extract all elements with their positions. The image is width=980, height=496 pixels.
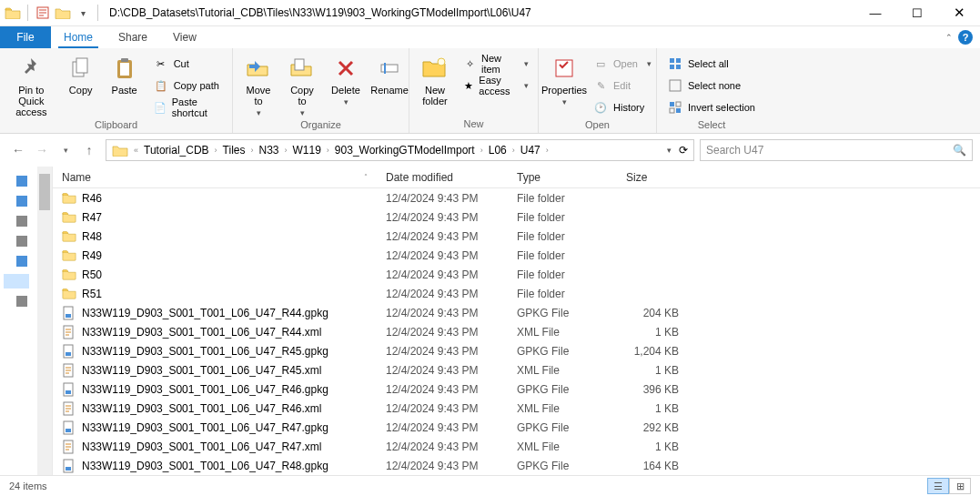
breadcrumb[interactable]: W119 bbox=[289, 144, 325, 157]
qat-customize-icon[interactable]: ▾ bbox=[74, 4, 92, 22]
forward-button[interactable]: → bbox=[31, 139, 53, 161]
svg-rect-17 bbox=[676, 108, 681, 113]
breadcrumb[interactable]: 903_WorkingGTModelImport bbox=[331, 144, 479, 157]
table-row[interactable]: N33W119_D903_S001_T001_L06_U47_R46.xml12… bbox=[53, 399, 980, 418]
open-button[interactable]: ▭Open▾ bbox=[590, 54, 655, 74]
svg-rect-16 bbox=[670, 102, 674, 106]
nav-scrollbar[interactable] bbox=[37, 167, 52, 475]
table-row[interactable]: N33W119_D903_S001_T001_L06_U47_R44.xml12… bbox=[53, 322, 980, 341]
table-row[interactable]: N33W119_D903_S001_T001_L06_U47_R47.gpkg1… bbox=[53, 418, 980, 437]
tab-home[interactable]: Home bbox=[51, 26, 106, 48]
search-input[interactable]: Search U47 🔍 bbox=[700, 139, 973, 161]
folder-icon bbox=[4, 4, 22, 22]
pin-label: Pin to Quick access bbox=[9, 85, 54, 117]
table-row[interactable]: N33W119_D903_S001_T001_L06_U47_R47.xml12… bbox=[53, 437, 980, 456]
invert-selection-button[interactable]: Invert selection bbox=[664, 97, 759, 117]
ribbon-tabs: File Home Share View ⌃ ? bbox=[0, 26, 980, 48]
copy-button[interactable]: Copy bbox=[59, 52, 103, 97]
breadcrumb[interactable]: Tutorial_CDB bbox=[140, 144, 213, 157]
file-type: GPKG File bbox=[508, 383, 617, 396]
maximize-button[interactable]: ☐ bbox=[896, 0, 938, 26]
edit-button[interactable]: ✎Edit bbox=[590, 76, 655, 96]
back-button[interactable]: ← bbox=[7, 139, 29, 161]
table-row[interactable]: N33W119_D903_S001_T001_L06_U47_R44.gpkg1… bbox=[53, 303, 980, 322]
chevron-right-icon[interactable]: › bbox=[325, 146, 331, 155]
properties-button[interactable]: Properties ▾ bbox=[542, 52, 586, 108]
help-icon[interactable]: ? bbox=[958, 30, 973, 45]
chevron-right-icon[interactable]: › bbox=[479, 146, 485, 155]
table-row[interactable]: N33W119_D903_S001_T001_L06_U47_R46.gpkg1… bbox=[53, 380, 980, 399]
chevron-right-icon[interactable]: › bbox=[544, 146, 551, 155]
tab-file[interactable]: File bbox=[0, 26, 51, 48]
file-name: N33W119_D903_S001_T001_L06_U47_R45.xml bbox=[82, 364, 322, 377]
breadcrumb[interactable]: U47 bbox=[517, 144, 544, 157]
chevron-right-icon[interactable]: › bbox=[283, 146, 289, 155]
icons-view-button[interactable]: ⊞ bbox=[949, 478, 971, 494]
copy-to-button[interactable]: Copy to ▾ bbox=[280, 52, 324, 119]
tab-view[interactable]: View bbox=[160, 26, 209, 48]
select-none-button[interactable]: Select none bbox=[664, 76, 759, 96]
paste-button[interactable]: Paste bbox=[103, 52, 146, 97]
nav-item[interactable] bbox=[4, 174, 31, 188]
copy-path-button[interactable]: 📋Copy path bbox=[150, 76, 225, 96]
table-row[interactable]: R4612/4/2024 9:43 PMFile folder bbox=[53, 188, 980, 208]
open-label: Open bbox=[613, 58, 638, 69]
select-all-button[interactable]: Select all bbox=[664, 54, 759, 74]
nav-item[interactable] bbox=[4, 254, 31, 268]
chevron-right-icon[interactable]: › bbox=[213, 146, 219, 155]
table-row[interactable]: N33W119_D903_S001_T001_L06_U47_R48.gpkg1… bbox=[53, 456, 980, 475]
breadcrumb[interactable]: Tiles bbox=[219, 144, 249, 157]
table-row[interactable]: R5012/4/2024 9:43 PMFile folder bbox=[53, 265, 980, 284]
properties-icon bbox=[550, 54, 579, 83]
column-name[interactable]: Name˄ bbox=[53, 171, 377, 184]
minimize-button[interactable]: — bbox=[854, 0, 896, 26]
chevron-right-icon[interactable]: › bbox=[248, 146, 255, 155]
easy-access-button[interactable]: ★Easy access▾ bbox=[460, 76, 532, 96]
history-button[interactable]: 🕑History bbox=[590, 97, 655, 117]
new-folder-button[interactable]: New folder bbox=[413, 52, 457, 108]
address-box[interactable]: « Tutorial_CDB› Tiles› N33› W119› 903_Wo… bbox=[106, 139, 694, 161]
new-item-button[interactable]: ✧New item▾ bbox=[460, 54, 532, 74]
column-size[interactable]: Size bbox=[617, 171, 688, 184]
delete-button[interactable]: Delete ▾ bbox=[324, 52, 368, 108]
paste-shortcut-button[interactable]: 📄Paste shortcut bbox=[150, 97, 225, 117]
nav-item[interactable] bbox=[4, 214, 31, 228]
move-to-button[interactable]: Move to ▾ bbox=[237, 52, 280, 119]
details-view-button[interactable]: ☰ bbox=[927, 478, 949, 494]
file-date: 12/4/2024 9:43 PM bbox=[377, 249, 508, 262]
tab-share[interactable]: Share bbox=[106, 26, 160, 48]
table-row[interactable]: N33W119_D903_S001_T001_L06_U47_R45.gpkg1… bbox=[53, 341, 980, 360]
pin-quick-access-button[interactable]: Pin to Quick access bbox=[4, 52, 59, 119]
column-type[interactable]: Type bbox=[508, 171, 617, 184]
nav-item[interactable] bbox=[4, 194, 31, 208]
qat-properties-icon[interactable] bbox=[34, 4, 52, 22]
table-row[interactable]: R5112/4/2024 9:43 PMFile folder bbox=[53, 284, 980, 303]
address-dropdown-icon[interactable]: ▾ bbox=[667, 146, 672, 155]
table-row[interactable]: R4912/4/2024 9:43 PMFile folder bbox=[53, 246, 980, 265]
file-list: Name˄ Date modified Type Size R4612/4/20… bbox=[53, 167, 980, 475]
chevron-right-icon[interactable]: « bbox=[132, 146, 140, 155]
table-row[interactable]: N33W119_D903_S001_T001_L06_U47_R45.xml12… bbox=[53, 360, 980, 380]
chevron-right-icon[interactable]: › bbox=[510, 146, 517, 155]
nav-item-selected[interactable] bbox=[4, 274, 31, 288]
nav-item[interactable] bbox=[4, 294, 31, 309]
navigation-pane[interactable] bbox=[0, 167, 53, 475]
recent-button[interactable]: ▾ bbox=[55, 139, 76, 161]
breadcrumb[interactable]: L06 bbox=[485, 144, 510, 157]
column-date[interactable]: Date modified bbox=[377, 171, 508, 184]
file-name: N33W119_D903_S001_T001_L06_U47_R44.gpkg bbox=[82, 307, 328, 319]
close-button[interactable]: ✕ bbox=[938, 0, 980, 26]
file-date: 12/4/2024 9:43 PM bbox=[377, 211, 508, 224]
breadcrumb[interactable]: N33 bbox=[255, 144, 282, 157]
cut-button[interactable]: ✂Cut bbox=[150, 54, 225, 74]
refresh-icon[interactable]: ⟳ bbox=[679, 144, 688, 157]
collapse-ribbon-icon[interactable]: ⌃ bbox=[945, 33, 953, 42]
nav-item[interactable] bbox=[4, 234, 31, 248]
up-button[interactable]: ↑ bbox=[78, 139, 100, 161]
table-row[interactable]: R4712/4/2024 9:43 PMFile folder bbox=[53, 208, 980, 227]
rename-button[interactable]: Rename bbox=[368, 52, 411, 97]
folder-icon bbox=[62, 210, 76, 225]
edit-label: Edit bbox=[613, 80, 631, 91]
table-row[interactable]: R4812/4/2024 9:43 PMFile folder bbox=[53, 227, 980, 246]
qat-newfolder-icon[interactable] bbox=[54, 4, 72, 22]
